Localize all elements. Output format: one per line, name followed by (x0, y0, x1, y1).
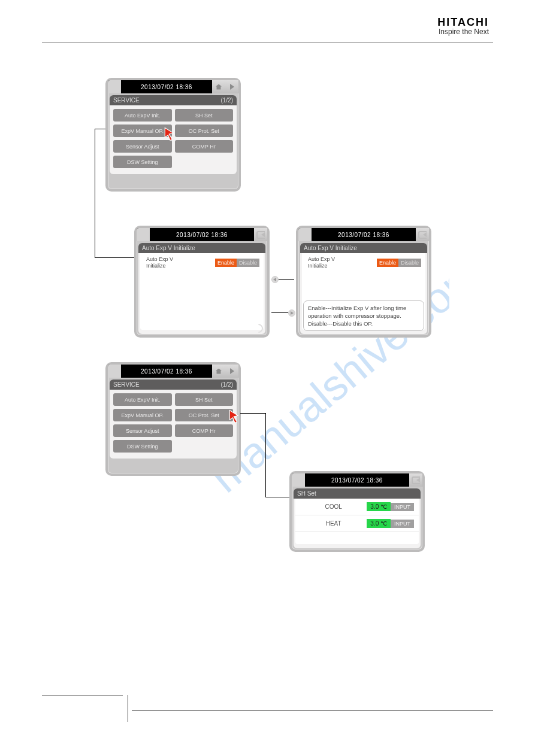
sh-value: 3.0 ℃ (367, 519, 391, 528)
timestamp: 2013/07/02 18:36 (150, 232, 254, 238)
refresh-icon[interactable] (252, 322, 265, 335)
btn-sensor-adjust[interactable]: Sensor Adjust (113, 424, 172, 437)
titlebar-spacer (108, 365, 121, 378)
footer-rule-vertical (128, 695, 128, 722)
back-icon[interactable] (416, 228, 429, 241)
panel-body: Auto Exp V Initialize Enable Disable (140, 253, 264, 330)
sh-row-cool: COOL 3.0 ℃ INPUT (295, 499, 419, 515)
panel-header: SERVICE (1/2) (110, 379, 237, 390)
enable-disable-toggle[interactable]: Enable Disable (377, 259, 421, 267)
home-icon[interactable] (212, 80, 225, 93)
timestamp: 2013/07/02 18:36 (305, 477, 409, 484)
expv-label: Auto Exp V Initialize (146, 256, 173, 269)
page-indicator: (1/2) (220, 97, 233, 104)
panel-title: SERVICE (113, 381, 140, 388)
titlebar-spacer (298, 228, 312, 241)
title-bar: 2013/07/02 18:36 (137, 228, 267, 241)
timestamp: 2013/07/02 18:36 (121, 368, 212, 375)
panel-header: SERVICE (1/2) (110, 95, 237, 105)
btn-oc-prot-set[interactable]: OC Prot. Set (175, 125, 234, 137)
panel-header: Auto Exp V Initialize (300, 243, 427, 253)
next-icon[interactable] (225, 365, 238, 378)
connector-line (265, 413, 266, 497)
title-bar: 2013/07/02 18:36 (292, 473, 422, 487)
panel-title: Auto Exp V Initialize (304, 245, 357, 251)
brand-logo: HITACHI (437, 16, 489, 29)
btn-comp-hr[interactable]: COMP Hr (175, 424, 234, 437)
panel-title: Auto Exp V Initialize (142, 245, 195, 251)
service-panel: SERVICE (1/2) Auto ExpV Init. SH Set Exp… (110, 379, 237, 459)
device-service-1: 2013/07/02 18:36 SERVICE (1/2) Auto ExpV… (105, 78, 241, 192)
footer-rule-right (132, 710, 493, 711)
brand-block: HITACHI Inspire the Next (437, 16, 489, 36)
titlebar-spacer (137, 228, 150, 241)
connector-line (240, 413, 265, 414)
enable-disable-toggle[interactable]: Enable Disable (215, 259, 259, 267)
device-autoexpv-right: 2013/07/02 18:36 Auto Exp V Initialize A… (296, 226, 431, 338)
device-service-2: 2013/07/02 18:36 SERVICE (1/2) Auto ExpV… (105, 362, 241, 476)
header-rule (42, 42, 493, 42)
panel-header: Auto Exp V Initialize (138, 243, 265, 253)
connector-line (95, 257, 134, 258)
btn-sh-set[interactable]: SH Set (175, 109, 234, 122)
btn-expv-manual-op[interactable]: ExpV Manual OP. (113, 409, 172, 421)
brand-tagline: Inspire the Next (437, 28, 489, 36)
titlebar-spacer (108, 80, 121, 93)
expv-label: Auto Exp V Initialize (308, 256, 335, 269)
connector-line (265, 497, 289, 497)
page-indicator: (1/2) (220, 381, 233, 388)
toggle-enable[interactable]: Enable (377, 259, 398, 267)
btn-sh-set[interactable]: SH Set (175, 393, 234, 406)
titlebar-spacer (292, 473, 305, 487)
panel-title: SH Set (297, 490, 316, 497)
connector-line (95, 129, 105, 129)
btn-expv-manual-op[interactable]: ExpV Manual OP. (113, 125, 172, 137)
btn-oc-prot-set[interactable]: OC Prot. Set (175, 409, 234, 421)
footer-rule-left (42, 696, 123, 696)
back-icon[interactable] (409, 473, 422, 487)
btn-auto-expv-init[interactable]: Auto ExpV Init. (113, 109, 172, 122)
toggle-enable[interactable]: Enable (215, 259, 237, 267)
btn-sensor-adjust[interactable]: Sensor Adjust (113, 140, 172, 153)
device-sh-set: 2013/07/02 18:36 SH Set COOL 3.0 ℃ INPUT… (289, 471, 425, 552)
title-bar: 2013/07/02 18:36 (298, 228, 429, 241)
panel-title: SERVICE (113, 97, 140, 104)
arrow-node-left (271, 276, 279, 283)
panel-header: SH Set (294, 488, 421, 499)
toggle-disable[interactable]: Disable (398, 259, 421, 267)
expv-row: Auto Exp V Initialize Enable Disable (302, 253, 425, 269)
autoexpv-panel: Auto Exp V Initialize Auto Exp V Initial… (138, 243, 265, 334)
device-autoexpv-left: 2013/07/02 18:36 Auto Exp V Initialize A… (134, 226, 270, 338)
back-icon[interactable] (254, 228, 267, 241)
arrow-node-right (288, 309, 295, 317)
home-icon[interactable] (212, 365, 225, 378)
sh-row-heat: HEAT 3.0 ℃ INPUT (295, 515, 419, 532)
sh-value: 3.0 ℃ (367, 502, 391, 511)
sh-input-button[interactable]: INPUT (391, 520, 414, 528)
sh-mode-label: HEAT (300, 520, 367, 527)
service-button-grid: Auto ExpV Init. SH Set ExpV Manual OP. O… (110, 390, 237, 456)
service-panel: SERVICE (1/2) Auto ExpV Init. SH Set Exp… (110, 95, 237, 174)
sh-input-button[interactable]: INPUT (391, 503, 414, 511)
timestamp: 2013/07/02 18:36 (312, 232, 416, 238)
expv-row: Auto Exp V Initialize Enable Disable (140, 253, 264, 269)
next-icon[interactable] (225, 80, 238, 93)
btn-dsw-setting[interactable]: DSW Setting (113, 156, 172, 168)
timestamp: 2013/07/02 18:36 (121, 84, 212, 90)
connector-line (95, 129, 95, 257)
autoexpv-panel: Auto Exp V Initialize Auto Exp V Initial… (300, 243, 427, 334)
title-bar: 2013/07/02 18:36 (108, 80, 238, 93)
toggle-disable[interactable]: Disable (237, 259, 259, 267)
title-bar: 2013/07/02 18:36 (108, 365, 238, 378)
btn-dsw-setting[interactable]: DSW Setting (113, 440, 172, 453)
service-button-grid: Auto ExpV Init. SH Set ExpV Manual OP. O… (110, 105, 237, 172)
sh-mode-label: COOL (300, 503, 367, 510)
btn-comp-hr[interactable]: COMP Hr (175, 140, 234, 153)
btn-auto-expv-init[interactable]: Auto ExpV Init. (113, 393, 172, 406)
sh-set-panel: SH Set COOL 3.0 ℃ INPUT HEAT 3.0 ℃ INPUT (294, 488, 421, 548)
help-tooltip: Enable---Initialize Exp V after long tim… (303, 300, 424, 331)
panel-body: COOL 3.0 ℃ INPUT HEAT 3.0 ℃ INPUT (295, 499, 419, 544)
